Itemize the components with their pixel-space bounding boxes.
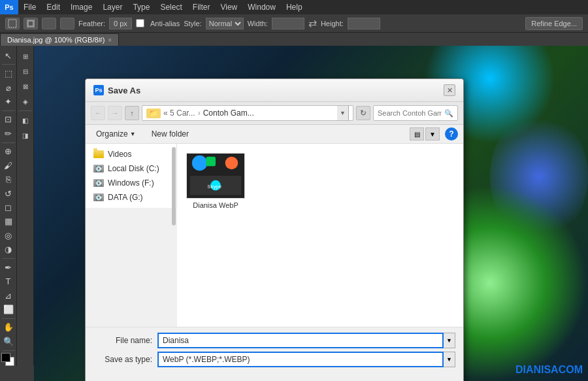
svg-rect-5 <box>206 157 216 167</box>
search-box: 🔍 <box>373 105 458 121</box>
left-panel-data-drive[interactable]: 💽 DATA (G:) <box>86 190 176 205</box>
svg-text:Skype: Skype <box>207 184 221 190</box>
file-area: Skype Dianisa WebP <box>177 144 463 327</box>
data-drive-label: DATA (G:) <box>108 193 143 202</box>
nav-forward-button[interactable]: → <box>108 106 122 120</box>
filename-label: File name: <box>93 336 152 345</box>
left-panel: Videos 💽 Local Disk (C:) 💽 Windows (F:) … <box>86 144 177 208</box>
view-buttons: ▤ ▼ <box>410 127 440 141</box>
dialog-overlay: Ps Save As ✕ ← → ↑ 📁 « 5 Car... › Contoh… <box>0 0 588 381</box>
left-panel-wrapper: Videos 💽 Local Disk (C:) 💽 Windows (F:) … <box>86 144 177 327</box>
breadcrumb-path[interactable]: 📁 « 5 Car... › Contoh Gam... ▼ <box>142 105 353 121</box>
save-as-dialog: Ps Save As ✕ ← → ↑ 📁 « 5 Car... › Contoh… <box>85 78 464 381</box>
left-panel-scrollbar[interactable] <box>172 147 176 225</box>
search-input[interactable] <box>378 109 442 117</box>
windows-drive-label: Windows (F:) <box>108 178 154 188</box>
videos-folder-icon <box>93 150 104 158</box>
organize-arrow: ▼ <box>130 131 136 137</box>
local-disk-label: Local Disk (C:) <box>108 164 159 173</box>
nav-back-button[interactable]: ← <box>91 106 105 120</box>
left-panel-local-disk[interactable]: 💽 Local Disk (C:) <box>86 161 176 176</box>
svg-point-4 <box>192 156 207 171</box>
savetype-label: Save as type: <box>93 355 152 364</box>
file-thumbnail: Skype <box>186 153 245 199</box>
dialog-ps-icon: Ps <box>93 85 104 95</box>
filename-dropdown[interactable]: ▼ <box>444 333 455 348</box>
breadcrumb-folder-icon: 📁 <box>146 108 161 118</box>
search-icon: 🔍 <box>444 109 453 118</box>
windows-drive-icon: 💽 <box>93 179 104 187</box>
videos-label: Videos <box>108 150 131 159</box>
view-dropdown-btn[interactable]: ▼ <box>425 127 440 141</box>
data-drive-icon: 💽 <box>93 193 104 201</box>
local-disk-icon: 💽 <box>93 165 104 173</box>
content-area: Videos 💽 Local Disk (C:) 💽 Windows (F:) … <box>86 144 463 327</box>
left-panel-videos[interactable]: Videos <box>86 147 176 161</box>
organize-button[interactable]: Organize ▼ <box>91 128 141 140</box>
dialog-title-bar: Ps Save As ✕ <box>86 79 463 102</box>
file-item-name: Dianisa WebP <box>193 201 238 209</box>
breadcrumb-separator: › <box>198 108 201 118</box>
dialog-title-text: Save As <box>108 86 140 95</box>
savetype-container: WebP (*.WEBP;*.WEBP) ▼ <box>157 352 455 367</box>
file-item-dianisa-webp[interactable]: Skype Dianisa WebP <box>184 150 248 212</box>
file-form-section: File name: ▼ Save as type: WebP (*.WEBP;… <box>86 327 463 376</box>
filename-input[interactable] <box>157 333 444 348</box>
refresh-button[interactable]: ↻ <box>356 106 370 120</box>
savetype-display: WebP (*.WEBP;*.WEBP) <box>157 352 444 367</box>
breadcrumb-part1: « 5 Car... <box>163 108 195 118</box>
breadcrumb-dropdown[interactable]: ▼ <box>337 105 349 121</box>
nav-up-button[interactable]: ↑ <box>125 106 139 120</box>
dialog-close-button[interactable]: ✕ <box>444 84 455 96</box>
view-btn-1[interactable]: ▤ <box>410 127 424 141</box>
organize-label: Organize <box>96 129 128 139</box>
save-options-section: Save Options Save: As a Copy Notes Alpha… <box>86 376 463 381</box>
navigation-bar: ← → ↑ 📁 « 5 Car... › Contoh Gam... ▼ ↻ 🔍 <box>86 102 463 125</box>
file-toolbar-row: Organize ▼ New folder ▤ ▼ ? <box>86 125 463 144</box>
breadcrumb-current: Contoh Gam... <box>203 108 254 118</box>
savetype-row: Save as type: WebP (*.WEBP;*.WEBP) ▼ <box>93 352 455 367</box>
help-button[interactable]: ? <box>445 127 458 141</box>
svg-point-6 <box>225 157 238 170</box>
savetype-dropdown[interactable]: ▼ <box>444 352 455 367</box>
dialog-title-content: Ps Save As <box>93 85 140 95</box>
new-folder-button[interactable]: New folder <box>146 128 194 140</box>
filename-row: File name: ▼ <box>93 333 455 348</box>
left-panel-windows-drive[interactable]: 💽 Windows (F:) <box>86 176 176 190</box>
